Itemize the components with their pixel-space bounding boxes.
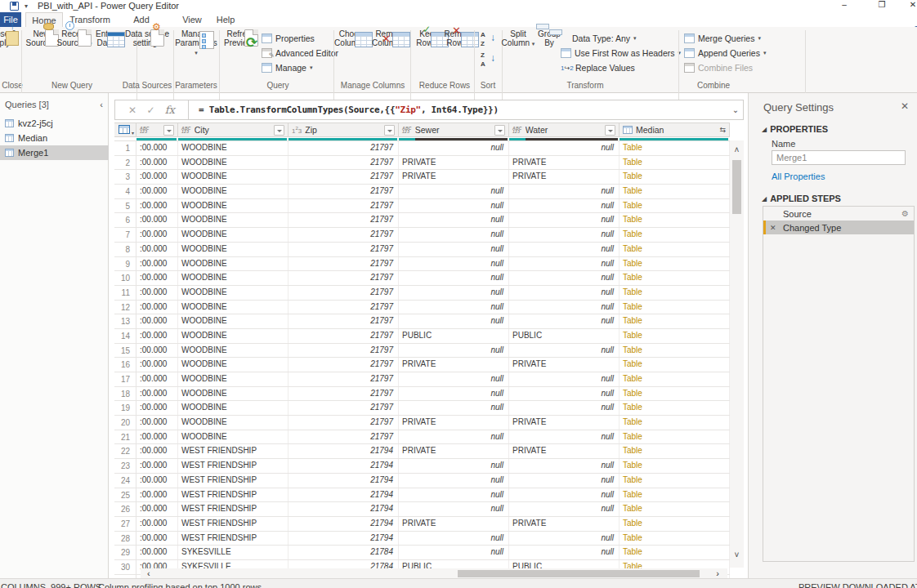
grid-cell[interactable]: Table: [620, 286, 730, 300]
grid-cell[interactable]: Table: [620, 430, 730, 444]
grid-cell[interactable]: null: [399, 243, 509, 256]
grid-cell[interactable]: :00.000: [136, 185, 178, 198]
grid-cell[interactable]: null: [509, 271, 620, 285]
column-header-Water[interactable]: ABC123Water: [509, 123, 620, 136]
grid-cell[interactable]: :00.000: [136, 444, 178, 458]
grid-cell[interactable]: :00.000: [136, 474, 178, 488]
table-row[interactable]: 27:00.000WEST FRIENDSHIP21794PRIVATEPRIV…: [114, 517, 730, 532]
grid-cell[interactable]: WEST FRIENDSHIP: [178, 532, 289, 546]
query-item-Merge1[interactable]: Merge1: [0, 145, 109, 160]
grid-cell[interactable]: null: [399, 141, 509, 155]
table-row[interactable]: 7:00.000WOODBINE21797nullnullTable: [114, 228, 730, 243]
grid-cell[interactable]: null: [509, 459, 620, 473]
column-header-Zip[interactable]: 123Zip: [289, 123, 399, 136]
data-source-settings-button[interactable]: ⚙ Data source settings: [123, 29, 172, 47]
grid-cell[interactable]: WOODBINE: [178, 314, 289, 328]
table-row[interactable]: 28:00.000WEST FRIENDSHIP21794nullnullTab…: [114, 532, 730, 546]
refresh-preview-button[interactable]: ⟳ Refresh Preview ▾: [222, 29, 260, 48]
tab-view[interactable]: View: [181, 12, 203, 27]
grid-cell[interactable]: WOODBINE: [178, 243, 289, 256]
table-row[interactable]: 16:00.000WOODBINE21797PRIVATEPRIVATETabl…: [114, 358, 730, 372]
merge-queries-button[interactable]: Merge Queries ▾: [684, 32, 761, 45]
grid-cell[interactable]: :00.000: [136, 141, 178, 155]
grid-cell[interactable]: :00.000: [136, 358, 178, 372]
grid-cell[interactable]: null: [399, 387, 509, 401]
step-settings-gear-icon[interactable]: ⚙: [901, 209, 909, 218]
grid-cell[interactable]: null: [399, 344, 509, 358]
scroll-up-icon[interactable]: ˄: [730, 145, 744, 154]
grid-cell[interactable]: null: [509, 502, 620, 516]
grid-cell[interactable]: Table: [620, 243, 730, 256]
grid-cell[interactable]: Table: [620, 185, 730, 198]
grid-cell[interactable]: 21797: [289, 329, 399, 343]
grid-cell[interactable]: null: [399, 301, 509, 314]
all-properties-link[interactable]: All Properties: [772, 172, 825, 181]
collapse-queries-pane-icon[interactable]: ‹: [100, 100, 103, 109]
keep-rows-button[interactable]: ✓ Keep Rows ▾: [413, 29, 445, 48]
grid-cell[interactable]: null: [399, 546, 509, 559]
grid-cell[interactable]: WOODBINE: [178, 199, 289, 213]
table-row[interactable]: 22:00.000WEST FRIENDSHIP21794PRIVATEPRIV…: [114, 444, 730, 459]
table-row[interactable]: 8:00.000WOODBINE21797nullnullTable: [114, 243, 730, 257]
grid-cell[interactable]: Table: [620, 488, 730, 502]
grid-cell[interactable]: WOODBINE: [178, 344, 289, 358]
query-name-input[interactable]: [772, 150, 906, 165]
close-settings-pane-icon[interactable]: ✕: [901, 100, 909, 112]
grid-cell[interactable]: null: [399, 372, 509, 386]
grid-cell[interactable]: Table: [620, 474, 730, 488]
remove-rows-button[interactable]: ✕ Remove Rows ▾: [443, 29, 476, 48]
expand-column-icon[interactable]: ⇆: [719, 126, 726, 134]
grid-cell[interactable]: Table: [620, 416, 730, 430]
column-header-City[interactable]: ABC123City: [178, 123, 289, 136]
grid-cell[interactable]: :00.000: [136, 243, 178, 256]
grid-cell[interactable]: PUBLIC: [509, 329, 620, 343]
table-row[interactable]: 1:00.000WOODBINE21797nullnullTable: [114, 141, 730, 156]
grid-cell[interactable]: Table: [620, 257, 730, 271]
query-item-kvz2-j5cj[interactable]: kvz2-j5cj: [0, 116, 109, 131]
grid-cell[interactable]: 21797: [289, 372, 399, 386]
table-row[interactable]: 15:00.000WOODBINE21797nullnullTable: [114, 344, 730, 359]
filter-dropdown-button[interactable]: [384, 125, 395, 136]
enter-data-button[interactable]: Enter Data: [90, 29, 121, 47]
grid-cell[interactable]: Table: [620, 170, 730, 184]
grid-cell[interactable]: :00.000: [136, 301, 178, 314]
grid-cell[interactable]: PRIVATE: [509, 170, 620, 184]
data-type-button[interactable]: Data Type: Any ▾: [572, 32, 637, 45]
grid-cell[interactable]: :00.000: [136, 502, 178, 516]
table-row[interactable]: 13:00.000WOODBINE21797nullnullTable: [114, 314, 730, 329]
table-row[interactable]: 29:00.000SYKESVILLE21784nullnullTable: [114, 546, 730, 560]
grid-cell[interactable]: :00.000: [136, 170, 178, 184]
grid-cell[interactable]: PUBLIC: [399, 329, 509, 343]
grid-cell[interactable]: WOODBINE: [178, 213, 289, 227]
profiling-status[interactable]: Column profiling based on top 1000 rows: [98, 582, 262, 588]
grid-cell[interactable]: WEST FRIENDSHIP: [178, 502, 289, 516]
grid-cell[interactable]: 21797: [289, 401, 399, 415]
split-column-button[interactable]: Split Column ▾: [499, 29, 538, 48]
grid-cell[interactable]: null: [399, 459, 509, 473]
grid-cell[interactable]: WOODBINE: [178, 430, 289, 444]
grid-cell[interactable]: WOODBINE: [178, 416, 289, 430]
vertical-scroll-thumb[interactable]: [732, 160, 741, 214]
grid-cell[interactable]: Table: [620, 213, 730, 227]
select-all-columns-button[interactable]: ▾: [114, 123, 136, 136]
grid-cell[interactable]: Table: [620, 444, 730, 458]
grid-cell[interactable]: PRIVATE: [509, 444, 620, 458]
filter-dropdown-button[interactable]: [494, 125, 505, 136]
expand-formula-bar-icon[interactable]: ⌄: [728, 100, 743, 119]
grid-cell[interactable]: WOODBINE: [178, 387, 289, 401]
grid-cell[interactable]: 21794: [289, 532, 399, 546]
recent-sources-button[interactable]: Recent Sources ▾: [54, 29, 95, 48]
grid-cell[interactable]: null: [399, 488, 509, 502]
grid-cell[interactable]: null: [399, 271, 509, 285]
properties-button[interactable]: Properties: [262, 32, 315, 45]
table-row[interactable]: 17:00.000WOODBINE21797nullnullTable: [114, 372, 730, 387]
query-item-Median[interactable]: Median: [0, 131, 109, 145]
grid-cell[interactable]: :00.000: [136, 329, 178, 343]
table-row[interactable]: 2:00.000WOODBINE21797PRIVATEPRIVATETable: [114, 156, 730, 171]
table-row[interactable]: 21:00.000WOODBINE21797nullnullTable: [114, 430, 730, 445]
close-button[interactable]: ✕: [904, 0, 917, 10]
grid-cell[interactable]: null: [509, 372, 620, 386]
grid-cell[interactable]: Table: [620, 271, 730, 285]
grid-cell[interactable]: Table: [620, 314, 730, 328]
grid-cell[interactable]: 21797: [289, 358, 399, 372]
